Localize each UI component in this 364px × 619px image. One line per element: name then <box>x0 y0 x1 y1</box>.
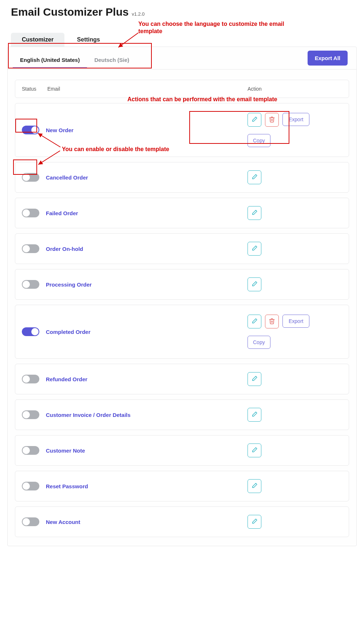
edit-button[interactable] <box>248 315 261 328</box>
copy-button[interactable]: Copy <box>248 134 270 147</box>
template-name[interactable]: Customer Note <box>46 448 248 454</box>
template-row: Order On-hold <box>15 233 349 264</box>
pencil-icon <box>251 411 258 419</box>
export-button[interactable]: Export <box>282 315 309 328</box>
delete-button[interactable] <box>265 113 279 127</box>
template-row: New Account <box>15 506 349 537</box>
row-actions <box>248 372 342 386</box>
template-name[interactable]: Failed Order <box>46 210 248 216</box>
template-row: Customer Invoice / Order Details <box>15 399 349 430</box>
status-toggle[interactable] <box>22 244 39 253</box>
status-toggle[interactable] <box>22 209 39 217</box>
tab-customizer[interactable]: Customizer <box>11 33 64 47</box>
status-toggle[interactable] <box>22 280 39 289</box>
status-toggle[interactable] <box>22 446 39 455</box>
status-toggle[interactable] <box>22 375 39 383</box>
delete-button[interactable] <box>265 315 279 328</box>
edit-button[interactable] <box>248 206 261 220</box>
template-row: Completed OrderExportCopy <box>15 305 349 359</box>
lang-tab-en[interactable]: English (United States) <box>13 52 87 68</box>
pencil-icon <box>251 447 258 454</box>
edit-button[interactable] <box>248 408 261 422</box>
template-name[interactable]: Processing Order <box>46 281 248 288</box>
edit-button[interactable] <box>248 242 261 256</box>
template-row: New OrderExportCopy <box>15 103 349 157</box>
edit-button[interactable] <box>248 443 261 457</box>
row-actions <box>248 515 342 529</box>
row-actions <box>248 408 342 422</box>
customizer-panel: English (United States) Deutsch (Sie) Ex… <box>7 47 357 546</box>
template-name[interactable]: Order On-hold <box>46 246 248 252</box>
tab-settings[interactable]: Settings <box>66 33 111 47</box>
trash-icon <box>269 318 275 326</box>
edit-button[interactable] <box>248 372 261 386</box>
export-button[interactable]: Export <box>282 113 309 126</box>
table-header: Status Email Action <box>15 80 349 98</box>
template-name[interactable]: Customer Invoice / Order Details <box>46 412 248 418</box>
status-toggle[interactable] <box>22 410 39 419</box>
pencil-icon <box>251 482 258 490</box>
pencil-icon <box>251 209 258 217</box>
row-actions <box>248 242 342 256</box>
primary-tabs: Customizer Settings <box>0 33 364 47</box>
template-row: Reset Password <box>15 471 349 501</box>
pencil-icon <box>251 318 258 326</box>
template-name[interactable]: Reset Password <box>46 483 248 489</box>
edit-button[interactable] <box>248 277 261 291</box>
edit-button[interactable] <box>248 479 261 493</box>
template-row: Refunded Order <box>15 364 349 394</box>
status-toggle[interactable] <box>22 517 39 526</box>
template-row: Customer Note <box>15 435 349 466</box>
pencil-icon <box>251 116 258 124</box>
template-row: Processing Order <box>15 269 349 300</box>
version-label: v1.2.0 <box>132 11 145 17</box>
col-action-header: Action <box>248 86 342 92</box>
pencil-icon <box>251 174 258 181</box>
status-toggle[interactable] <box>22 173 39 182</box>
export-all-button[interactable]: Export All <box>308 51 348 66</box>
template-name[interactable]: New Order <box>46 127 248 133</box>
col-status-header: Status <box>22 86 47 92</box>
edit-button[interactable] <box>248 515 261 529</box>
row-actions <box>248 479 342 493</box>
template-rows: New OrderExportCopyCancelled OrderFailed… <box>8 103 356 537</box>
col-email-header: Email <box>47 86 248 92</box>
language-bar: English (United States) Deutsch (Sie) Ex… <box>8 47 356 70</box>
status-toggle[interactable] <box>22 327 39 336</box>
pencil-icon <box>251 518 258 526</box>
status-toggle[interactable] <box>22 126 39 134</box>
template-name[interactable]: Completed Order <box>46 329 248 335</box>
template-name[interactable]: Cancelled Order <box>46 174 248 181</box>
trash-icon <box>269 116 275 124</box>
edit-button[interactable] <box>248 113 261 127</box>
template-row: Cancelled Order <box>15 162 349 193</box>
row-actions: ExportCopy <box>248 113 342 147</box>
edit-button[interactable] <box>248 170 261 184</box>
template-name[interactable]: Refunded Order <box>46 376 248 382</box>
row-actions: ExportCopy <box>248 315 342 349</box>
row-actions <box>248 170 342 184</box>
lang-tab-de[interactable]: Deutsch (Sie) <box>87 52 136 68</box>
row-actions <box>248 277 342 291</box>
pencil-icon <box>251 245 258 253</box>
template-row: Failed Order <box>15 198 349 228</box>
pencil-icon <box>251 281 258 288</box>
copy-button[interactable]: Copy <box>248 336 270 349</box>
template-name[interactable]: New Account <box>46 519 248 525</box>
page-title: Email Customizer Plus <box>11 6 128 18</box>
row-actions <box>248 443 342 457</box>
row-actions <box>248 206 342 220</box>
status-toggle[interactable] <box>22 482 39 490</box>
pencil-icon <box>251 375 258 383</box>
